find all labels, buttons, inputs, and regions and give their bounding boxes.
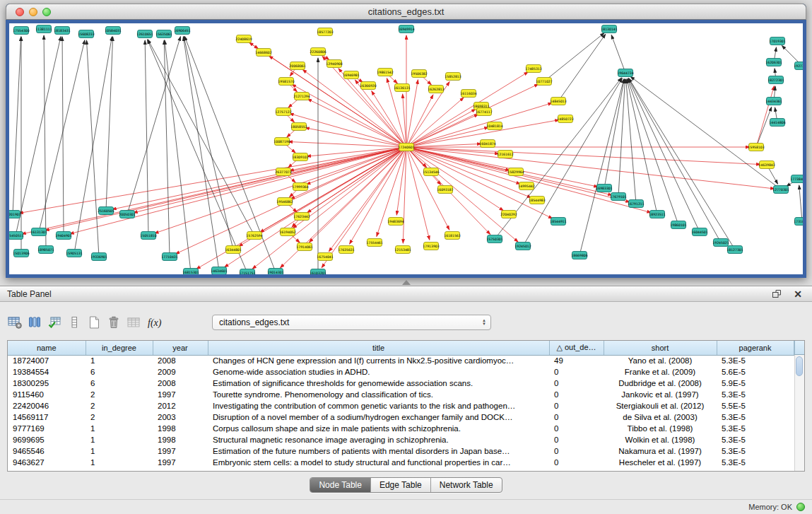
minimize-window-button[interactable]: [29, 8, 37, 16]
table-row[interactable]: 977716911998Corpus callosum shape and si…: [8, 423, 794, 434]
graph-node[interactable]: 16136131: [394, 84, 410, 92]
table-cell[interactable]: Disruption of a novel member of a sodium…: [208, 411, 549, 423]
graph-node[interactable]: 25160505: [98, 207, 114, 215]
graph-node[interactable]: 12201901: [9, 211, 21, 218]
graph-node[interactable]: 21271294: [293, 93, 310, 100]
graph-node[interactable]: 19336901: [90, 253, 107, 261]
graph-node[interactable]: 17240601: [398, 144, 414, 151]
table-cell[interactable]: 0: [549, 400, 604, 411]
graph-node[interactable]: 15013906: [13, 250, 29, 257]
graph-node[interactable]: 16262812: [428, 86, 444, 93]
graph-node[interactable]: 18985071: [37, 246, 54, 254]
graph-node[interactable]: 16093187: [437, 186, 453, 194]
column-header-3[interactable]: title: [208, 341, 549, 355]
table-cell[interactable]: 1998: [153, 434, 208, 445]
graph-node[interactable]: 22040292: [500, 211, 517, 218]
graph-node[interactable]: 16131301: [30, 228, 47, 236]
table-cell[interactable]: 1997: [153, 389, 208, 400]
table-cell[interactable]: 9699695: [8, 434, 86, 445]
tab-edge-table[interactable]: Edge Table: [371, 478, 431, 492]
graph-node[interactable]: 14668602: [255, 49, 271, 57]
graph-node[interactable]: 16041874: [479, 140, 495, 148]
graph-node[interactable]: 16206301: [765, 59, 782, 66]
scrollbar-thumb[interactable]: [796, 356, 803, 376]
zoom-window-button[interactable]: [42, 8, 51, 16]
column-header-1[interactable]: in_degree: [86, 341, 153, 355]
tab-network-table[interactable]: Network Table: [431, 478, 502, 492]
graph-node[interactable]: 18309102: [292, 153, 308, 161]
table-row[interactable]: 1830029562008Estimation of significance …: [8, 378, 794, 389]
graph-node[interactable]: 18127301: [726, 246, 743, 254]
table-cell[interactable]: 1: [86, 434, 153, 445]
graph-node[interactable]: 19483694: [387, 218, 404, 226]
graph-node[interactable]: 18058552: [290, 123, 307, 131]
table-row[interactable]: 946554611997Estimation of the future num…: [8, 445, 794, 457]
graph-node[interactable]: 16116034: [460, 90, 476, 98]
graph-node[interactable]: 17623442: [293, 213, 310, 221]
table-row[interactable]: 2242004622012Investigating the contribut…: [8, 400, 794, 411]
graph-node[interactable]: 15635061: [155, 30, 172, 38]
graph-node[interactable]: 19245012: [514, 243, 531, 250]
table-vertical-scrollbar[interactable]: [794, 355, 804, 471]
show-columns-icon[interactable]: [25, 313, 44, 332]
graph-node[interactable]: 16103201: [310, 269, 326, 275]
table-cell[interactable]: 5.3E-5: [717, 423, 794, 434]
table-cell[interactable]: 22420046: [8, 400, 86, 411]
table-cell[interactable]: 1997: [153, 457, 208, 468]
table-cell[interactable]: 5.3E-5: [717, 445, 794, 457]
graph-node[interactable]: 12757122: [275, 108, 291, 116]
graph-node[interactable]: 17554461: [366, 239, 382, 247]
table-mode-icon[interactable]: [65, 313, 83, 332]
table-cell[interactable]: Tibbo et al. (1998): [604, 423, 717, 434]
column-header-6[interactable]: pagerank: [717, 341, 794, 355]
graph-node[interactable]: 15134546: [423, 168, 439, 176]
disabled-table-icon[interactable]: [124, 313, 143, 332]
table-cell[interactable]: Estimation of significance thresholds fo…: [208, 378, 549, 389]
window-titlebar[interactable]: citations_edges.txt: [6, 4, 806, 20]
table-cell[interactable]: 1: [86, 457, 153, 468]
table-cell[interactable]: 1998: [153, 423, 208, 434]
column-header-0[interactable]: name: [8, 341, 86, 355]
graph-node[interactable]: 12161612: [497, 151, 513, 158]
graph-node[interactable]: 12770301: [772, 186, 789, 194]
graph-node[interactable]: 19860101: [670, 221, 686, 229]
column-header-2[interactable]: year: [153, 341, 208, 355]
table-row[interactable]: 1872400712008Changes of HCN gene express…: [8, 355, 794, 366]
table-cell[interactable]: 1: [86, 445, 153, 457]
graph-node[interactable]: 15829964: [507, 168, 524, 176]
graph-node[interactable]: 17019301: [769, 37, 785, 45]
delete-column-icon[interactable]: [105, 313, 123, 332]
table-selector-dropdown[interactable]: citations_edges.txt ▲▼: [212, 315, 491, 330]
table-cell[interactable]: Yano et al. (2008): [604, 355, 717, 366]
graph-node[interactable]: 22260806: [310, 48, 326, 56]
graph-node[interactable]: 10584031: [105, 27, 121, 35]
table-cell[interactable]: 2003: [153, 411, 208, 423]
graph-node[interactable]: 17710431: [161, 253, 177, 261]
graph-node[interactable]: 10481814: [486, 122, 502, 130]
graph-node[interactable]: 22408619: [235, 35, 252, 43]
graph-node[interactable]: 15958103: [748, 144, 764, 151]
table-cell[interactable]: 6: [86, 378, 153, 389]
table-cell[interactable]: 0: [549, 423, 604, 434]
table-cell[interactable]: Corpus callosum shape and size in male p…: [208, 423, 549, 434]
graph-node[interactable]: 16044501: [691, 228, 707, 236]
table-cell[interactable]: 9463627: [8, 457, 86, 468]
graph-node[interactable]: 16754041: [317, 253, 333, 261]
table-cell[interactable]: Genome-wide association studies in ADHD.: [208, 366, 549, 378]
table-cell[interactable]: 5.6E-5: [717, 366, 794, 378]
table-cell[interactable]: 9115460: [8, 389, 86, 400]
column-header-5[interactable]: short: [604, 341, 717, 355]
new-document-icon[interactable]: [85, 313, 103, 332]
table-cell[interactable]: 2008: [153, 355, 208, 366]
graph-node[interactable]: 16946981: [343, 71, 359, 79]
table-cell[interactable]: 18724007: [8, 355, 86, 366]
graph-node[interactable]: 17913903: [423, 243, 439, 250]
table-cell[interactable]: 0: [549, 366, 604, 378]
table-cell[interactable]: Franke et al. (2009): [604, 366, 717, 378]
table-cell[interactable]: Dudbridge et al. (2008): [604, 378, 717, 389]
tab-node-table[interactable]: Node Table: [310, 478, 371, 492]
table-cell[interactable]: Embryonic stem cells: a model to study s…: [208, 457, 549, 468]
table-cell[interactable]: 1: [86, 423, 153, 434]
graph-node[interactable]: 19861542: [377, 69, 393, 76]
table-cell[interactable]: 0: [549, 378, 604, 389]
